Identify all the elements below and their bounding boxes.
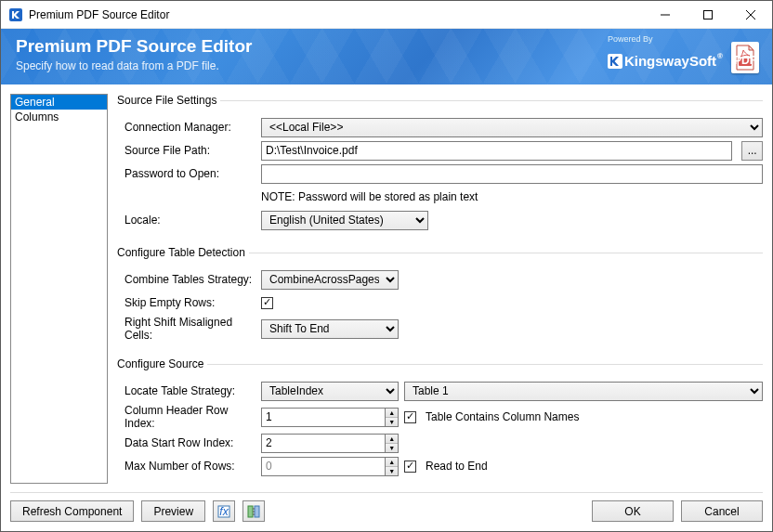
header-row-index-label: Column Header Row Index: [117, 404, 261, 430]
window-title: Premium PDF Source Editor [29, 8, 169, 21]
locate-strategy-label: Locate Table Strategy: [117, 384, 261, 397]
sidebar-item-columns[interactable]: Columns [11, 110, 107, 124]
connection-manager-label: Connection Manager: [117, 121, 261, 134]
spin-down-icon[interactable]: ▼ [386, 467, 398, 475]
maximize-button[interactable] [687, 1, 729, 29]
spin-up-icon[interactable]: ▲ [386, 409, 398, 418]
source-file-settings-legend: Source File Settings [117, 94, 220, 107]
data-start-row-input[interactable] [261, 434, 385, 453]
footer: Refresh Component Preview fx OK Cancel [10, 492, 763, 522]
skip-empty-rows-label: Skip Empty Rows: [117, 296, 261, 309]
data-start-row-label: Data Start Row Index: [117, 436, 261, 449]
max-rows-spinner[interactable]: ▲▼ [261, 457, 399, 476]
close-button[interactable] [729, 1, 772, 29]
header-row-index-spinner[interactable]: ▲▼ [261, 408, 399, 427]
spin-down-icon[interactable]: ▼ [386, 418, 398, 426]
brand-logo: KingswaySoft ® [608, 53, 722, 69]
connection-manager-select[interactable]: <<Local File>> [261, 118, 763, 137]
header-row-index-input[interactable] [261, 408, 385, 427]
app-icon [8, 7, 23, 22]
sidebar-item-general[interactable]: General [11, 95, 107, 110]
expression-button[interactable]: fx [213, 500, 235, 522]
browse-button[interactable]: ... [741, 141, 763, 161]
svg-text:PDF: PDF [734, 54, 756, 67]
source-file-settings-group: Source File Settings Connection Manager:… [117, 94, 763, 235]
max-rows-input [261, 457, 385, 476]
spin-down-icon[interactable]: ▼ [386, 444, 398, 452]
svg-rect-2 [704, 10, 713, 19]
svg-rect-11 [255, 506, 259, 517]
skip-empty-rows-checkbox[interactable] [261, 297, 273, 309]
locale-select[interactable]: English (United States) [261, 211, 428, 230]
source-file-path-input[interactable] [261, 141, 732, 161]
max-rows-label: Max Number of Rows: [117, 460, 261, 473]
form-panel: Source File Settings Connection Manager:… [117, 94, 763, 484]
source-file-path-label: Source File Path: [117, 144, 261, 157]
titlebar: Premium PDF Source Editor [1, 1, 772, 29]
combine-strategy-label: Combine Tables Strategy: [117, 273, 261, 286]
minimize-button[interactable] [644, 1, 687, 29]
refresh-component-button[interactable]: Refresh Component [10, 500, 134, 522]
data-start-row-spinner[interactable]: ▲▼ [261, 434, 399, 453]
svg-rect-5 [608, 54, 622, 69]
pdf-icon: PDF [731, 42, 759, 73]
password-note: NOTE: Password will be stored as plain t… [261, 190, 763, 203]
sidebar: General Columns [10, 94, 108, 484]
spin-up-icon[interactable]: ▲ [386, 458, 398, 467]
svg-text:fx: fx [219, 505, 229, 518]
brand-area: Powered By KingswaySoft ® [608, 44, 722, 69]
contains-column-names-checkbox[interactable] [404, 411, 416, 423]
trademark-icon: ® [717, 52, 723, 60]
right-shift-label: Right Shift Misaligned Cells: [117, 316, 261, 342]
table-select[interactable]: Table 1 [404, 382, 763, 401]
password-label: Password to Open: [117, 167, 261, 180]
banner: Premium PDF Source Editor Specify how to… [1, 29, 772, 84]
preview-button[interactable]: Preview [141, 500, 205, 522]
mapping-button[interactable] [242, 500, 265, 522]
password-input[interactable] [261, 164, 763, 184]
right-shift-select[interactable]: Shift To End [261, 319, 399, 339]
contains-column-names-label: Table Contains Column Names [426, 410, 579, 423]
cancel-button[interactable]: Cancel [681, 500, 763, 522]
brand-name: KingswaySoft [624, 53, 716, 69]
configure-source-legend: Configure Source [117, 357, 207, 370]
read-to-end-checkbox[interactable] [404, 461, 416, 473]
spin-up-icon[interactable]: ▲ [386, 435, 398, 444]
locate-strategy-select[interactable]: TableIndex [261, 382, 399, 401]
read-to-end-label: Read to End [426, 460, 488, 473]
svg-rect-10 [248, 506, 253, 517]
configure-source-group: Configure Source Locate Table Strategy: … [117, 357, 763, 481]
ok-button[interactable]: OK [592, 500, 674, 522]
table-detection-legend: Configure Table Detection [117, 246, 249, 259]
locale-label: Locale: [117, 214, 261, 227]
powered-by-label: Powered By [608, 34, 722, 44]
combine-strategy-select[interactable]: CombineAcrossPages [261, 270, 399, 290]
table-detection-group: Configure Table Detection Combine Tables… [117, 246, 763, 346]
